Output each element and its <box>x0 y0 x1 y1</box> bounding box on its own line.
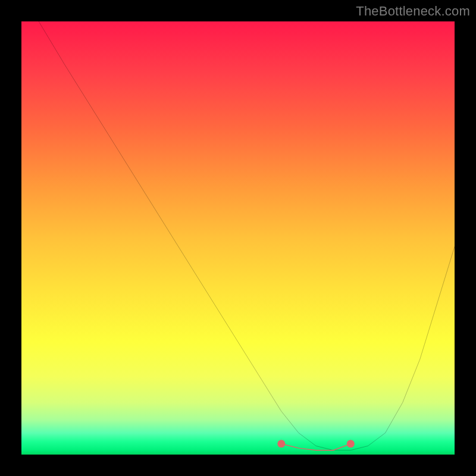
watermark-text: TheBottleneck.com <box>356 4 470 19</box>
accent-dot-left <box>277 440 285 447</box>
chart-svg <box>21 21 455 455</box>
accent-dot-right <box>347 440 355 447</box>
chart-frame: TheBottleneck.com <box>0 0 476 476</box>
main-curve <box>39 21 455 450</box>
accent-curve <box>281 444 350 450</box>
